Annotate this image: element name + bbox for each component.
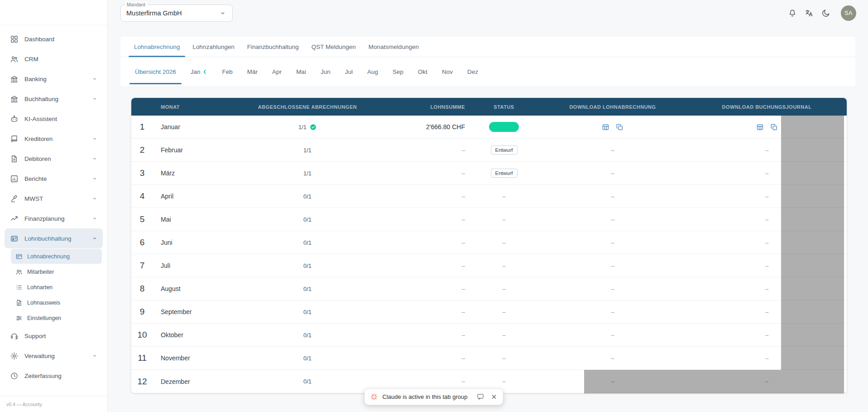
overlay-block <box>781 116 844 139</box>
completed-count-cell: 0/1 <box>257 262 358 269</box>
completed-count: 0/1 <box>303 332 312 339</box>
sidebar-item-verwaltung[interactable]: Verwaltung <box>5 346 103 366</box>
month-number: 4 <box>131 191 153 201</box>
sidebar-item-finanzplanung[interactable]: Finanzplanung <box>5 208 103 228</box>
card-icon <box>15 253 23 260</box>
completed-count: 0/1 <box>303 193 312 200</box>
download-copy-icon[interactable] <box>770 123 778 131</box>
month-tab-mär[interactable]: Mär <box>240 57 265 87</box>
lohnsumme-value: – <box>358 147 470 154</box>
month-tab-label: Nov <box>442 68 453 75</box>
month-name: Juni <box>153 239 257 246</box>
month-tab-jul[interactable]: Jul <box>338 57 360 87</box>
mandant-select[interactable]: Mandant Musterfirma GmbH <box>120 5 233 22</box>
sidebar-item-dashboard[interactable]: Dashboard <box>5 29 103 49</box>
month-number: 8 <box>131 284 153 294</box>
chevron-down-icon <box>91 155 98 162</box>
sidebar-subitem-mitarbeiter[interactable]: Mitarbeiter <box>11 264 102 279</box>
month-tab-mai[interactable]: Mai <box>289 57 313 87</box>
tab-finanzbuchhaltung[interactable]: Finanzbuchhaltung <box>241 37 305 57</box>
people-icon <box>15 268 23 276</box>
month-tab-übersicht-2026[interactable]: Übersicht 2026 <box>128 57 183 87</box>
completed-count: 0/1 <box>303 286 312 292</box>
completed-count: 0/1 <box>303 378 312 385</box>
month-tab-sep[interactable]: Sep <box>385 57 411 87</box>
sidebar-item-banking[interactable]: Banking <box>5 69 103 89</box>
sidebar-item-label: Buchhaltung <box>24 96 58 102</box>
lohnsumme-value: – <box>358 355 470 362</box>
table-row: 10Oktober0/1–––– <box>131 324 847 347</box>
sidebar-item-mwst[interactable]: MWST <box>5 189 103 208</box>
month-tab-apr[interactable]: Apr <box>265 57 289 87</box>
tab-lohnabrechnung[interactable]: Lohnabrechnung <box>128 37 186 57</box>
month-tab-okt[interactable]: Okt <box>411 57 435 87</box>
month-tab-nov[interactable]: Nov <box>435 57 460 87</box>
toast-close-icon[interactable] <box>490 393 497 400</box>
download-table-icon[interactable] <box>602 123 609 131</box>
completed-count: 0/1 <box>303 309 312 315</box>
table-body: 1Januar1/12'666.80 CHF2Februar1/1–Entwur… <box>131 116 847 393</box>
completed-count-cell: 0/1 <box>257 216 358 223</box>
month-tab-label: Sep <box>393 68 403 75</box>
status-badge[interactable]: Entwurf <box>491 145 518 155</box>
overlay-block <box>781 231 844 254</box>
sidebar-item-zeiterfassung[interactable]: Zeiterfassung <box>5 366 103 386</box>
download-copy-icon[interactable] <box>616 123 623 131</box>
sidebar-subitem-lohnabrechnung[interactable]: Lohnabrechnung <box>11 249 102 264</box>
month-tab-label: Dez <box>467 68 478 75</box>
tab-lohnzahlungen[interactable]: Lohnzahlungen <box>186 37 240 57</box>
month-number: 9 <box>131 307 153 317</box>
sidebar-item-lohnbuchhaltung[interactable]: Lohnbuchhaltung <box>5 228 103 248</box>
sidebar-item-kreditoren[interactable]: Kreditoren <box>5 129 103 149</box>
sidebar-subitem-einstellungen[interactable]: Einstellungen <box>11 310 102 325</box>
overlay-block <box>781 139 844 162</box>
chevron-down-icon <box>91 215 98 222</box>
status-pill-done[interactable] <box>489 122 519 132</box>
notifications-bell-icon[interactable] <box>788 9 797 18</box>
lohnsumme-value: – <box>358 170 470 177</box>
sidebar-item-support[interactable]: Support <box>5 326 103 346</box>
sidebar-item-crm[interactable]: CRM <box>5 49 103 69</box>
status-cell <box>470 122 538 132</box>
column-header-lohnsumme: LOHNSUMME <box>358 104 470 110</box>
completed-count: 0/1 <box>303 239 312 246</box>
month-tab-dez[interactable]: Dez <box>460 57 485 87</box>
month-tab-label: Feb <box>222 68 233 75</box>
bank-icon <box>10 75 19 83</box>
dark-mode-moon-icon[interactable] <box>821 9 830 18</box>
table-row: 2Februar1/1–Entwurf–– <box>131 139 847 162</box>
doc-icon <box>15 299 23 306</box>
month-tab-feb[interactable]: Feb <box>215 57 240 87</box>
sidebar-subitem-lohnarten[interactable]: Lohnarten <box>11 280 102 295</box>
sidebar: DashboardCRMBankingBuchhaltungKI-Assiste… <box>0 0 108 412</box>
sidebar-item-ki-assistent[interactable]: KI-Assistent <box>5 109 103 129</box>
status-badge[interactable]: Entwurf <box>491 169 518 178</box>
sliders-icon <box>15 315 23 322</box>
sidebar-item-buchhaltung[interactable]: Buchhaltung <box>5 89 103 109</box>
main-tab-bar: LohnabrechnungLohnzahlungenFinanzbuchhal… <box>120 37 855 57</box>
user-avatar[interactable]: SA <box>841 5 856 21</box>
overlay-block <box>781 162 844 185</box>
table-row: 9September0/1–––– <box>131 301 847 324</box>
feedback-bubble-icon[interactable] <box>476 393 484 401</box>
month-tab-jan[interactable]: Jan <box>183 57 215 87</box>
lohnsumme-value: – <box>358 216 470 223</box>
payroll-overview-table: MONATABGESCHLOSSENE ABRECHNUNGENLOHNSUMM… <box>131 98 847 393</box>
month-tab-aug[interactable]: Aug <box>360 57 385 87</box>
sidebar-subitem-lohnausweis[interactable]: Lohnausweis <box>11 295 102 310</box>
gear-icon <box>10 352 19 360</box>
tab-monatsmeldungen[interactable]: Monatsmeldungen <box>362 37 425 57</box>
translate-icon[interactable] <box>805 9 814 18</box>
robot-icon <box>10 115 19 123</box>
column-header-status: STATUS <box>470 104 538 110</box>
download-lohnabrechnung-cell <box>538 123 687 131</box>
download-table-icon[interactable] <box>756 123 764 131</box>
month-tab-jun[interactable]: Jun <box>313 57 338 87</box>
sidebar-item-debitoren[interactable]: Debitoren <box>5 149 103 169</box>
column-header-monat: MONAT <box>131 104 257 110</box>
overlay-block <box>584 370 844 393</box>
tab-qst-meldungen[interactable]: QST Meldungen <box>305 37 362 57</box>
sidebar-item-berichte[interactable]: Berichte <box>5 169 103 189</box>
completed-count-cell: 1/1 <box>257 170 358 177</box>
completed-count: 0/1 <box>303 216 312 223</box>
